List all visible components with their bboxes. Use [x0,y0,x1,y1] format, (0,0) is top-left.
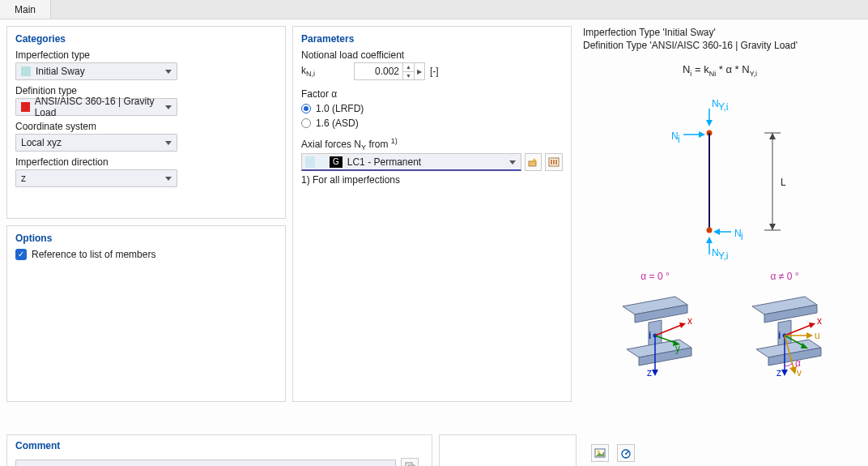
svg-text:L: L [781,177,786,188]
coordinate-system-select[interactable]: Local xyz [15,134,177,152]
k-value-input[interactable]: 0.002 [354,62,402,80]
info-indicator-button[interactable] [617,444,635,462]
factor-asd-label: 1.6 (ASD) [316,118,359,129]
svg-text:v: v [797,367,802,378]
imperfection-direction-select[interactable]: z [15,169,177,187]
svg-marker-62 [781,370,788,376]
comment-panel: Comment [6,434,432,466]
member-diagram: NY,i Ni Ni [583,92,857,263]
options-title: Options [15,233,277,244]
svg-marker-38 [679,323,686,328]
axial-label: Axial forces NY from 1) [301,137,563,152]
svg-text:α: α [795,357,801,369]
definition-type-select[interactable]: ANSI/AISC 360-16 | Gravity Load [15,98,177,116]
swatch-icon [21,102,30,112]
svg-marker-8 [706,120,713,126]
extra-panel [439,434,577,466]
svg-text:i: i [741,231,743,242]
coordinate-system-value: Local xyz [21,137,62,148]
svg-marker-26 [769,224,776,230]
k-reveal-button[interactable]: ▶ [414,62,425,80]
axial-forces-select[interactable]: G LC1 - Permanent [301,153,521,171]
factor-radio-asd[interactable] [301,118,311,128]
options-panel: Options ✓ Reference to list of members [6,225,286,402]
factor-lrfd-label: 1.0 (LRFD) [316,103,364,114]
spin-up-icon[interactable]: ▲ [403,63,414,72]
svg-rect-3 [553,160,555,165]
svg-text:i: i [778,330,781,341]
svg-rect-2 [551,160,552,165]
svg-rect-0 [529,161,536,166]
svg-text:Y,i: Y,i [718,101,728,113]
svg-text:Y,i: Y,i [718,250,728,262]
copy-icon [404,461,415,466]
formula: Ni = kNi * α * NY,i [583,63,857,78]
reference-checkbox[interactable]: ✓ [15,249,27,260]
info-line1: Imperfection Type 'Initial Sway' [583,26,857,39]
svg-marker-12 [699,131,705,138]
imperfection-direction-label: Imperfection direction [15,156,277,168]
copy-comment-button[interactable] [401,458,419,466]
definition-type-label: Definition type [15,85,277,96]
gauge-icon [620,447,632,459]
factor-radio-lrfd[interactable] [301,104,311,113]
k-unit: [-] [430,66,439,77]
svg-text:z: z [777,367,781,378]
swatch-icon [305,156,315,168]
svg-text:x: x [817,315,822,327]
svg-marker-44 [652,370,658,376]
svg-text:i: i [678,134,680,145]
loadcase-badge: G [330,156,343,168]
info-line2: Definition Type 'ANSI/AISC 360-16 | Grav… [583,39,857,52]
parameters-panel: Parameters Notional load coefficient kN,… [292,26,572,402]
svg-marker-54 [809,323,815,328]
svg-text:i: i [649,330,651,341]
comment-title: Comment [15,440,423,451]
categories-panel: Categories Imperfection type Initial Swa… [6,26,286,219]
swatch-icon [317,156,327,168]
library-button[interactable] [545,153,563,171]
library-icon [548,156,560,168]
svg-marker-57 [806,332,813,339]
section-diagram-alpha0: α = 0 ° i x y z [606,271,704,382]
image-settings-button[interactable] [591,444,609,462]
definition-type-value: ANSI/AISC 360-16 | Gravity Load [35,96,162,118]
k-symbol: kN,i [301,65,315,78]
categories-title: Categories [15,33,277,45]
svg-text:y: y [675,343,680,354]
notional-label: Notional load coefficient [301,49,563,61]
k-spinner[interactable]: ▲▼ [402,62,414,80]
factor-label: Factor α [301,88,563,100]
svg-point-72 [598,451,600,453]
swatch-icon [21,66,31,76]
image-icon [594,447,606,459]
svg-point-15 [707,227,713,233]
reference-label: Reference to list of members [32,249,155,260]
new-loadcase-button[interactable] [525,153,542,171]
tab-main[interactable]: Main [0,0,51,19]
imperfection-type-value: Initial Sway [36,66,85,77]
comment-select[interactable] [15,460,396,466]
axial-forces-value: LC1 - Permanent [347,156,421,168]
svg-rect-4 [555,160,557,165]
section-diagram-alphanz: α ≠ 0 ° i x u z v [736,271,833,382]
sparkle-new-icon [527,156,538,168]
parameters-title: Parameters [301,33,563,45]
imperfection-direction-value: z [21,173,26,184]
svg-text:z: z [647,367,652,378]
spin-down-icon[interactable]: ▼ [403,72,414,80]
coordinate-system-label: Coordinate system [15,121,277,132]
svg-point-75 [625,453,627,455]
axial-footnote: 1) For all imperfections [301,174,563,186]
svg-marker-21 [706,237,713,243]
imperfection-type-label: Imperfection type [15,49,277,61]
svg-marker-25 [769,133,776,139]
svg-text:u: u [815,330,820,341]
svg-text:x: x [687,315,692,327]
info-panel: Imperfection Type 'Initial Sway' Definit… [578,26,862,428]
svg-marker-17 [713,229,720,235]
imperfection-type-select[interactable]: Initial Sway [15,62,177,80]
